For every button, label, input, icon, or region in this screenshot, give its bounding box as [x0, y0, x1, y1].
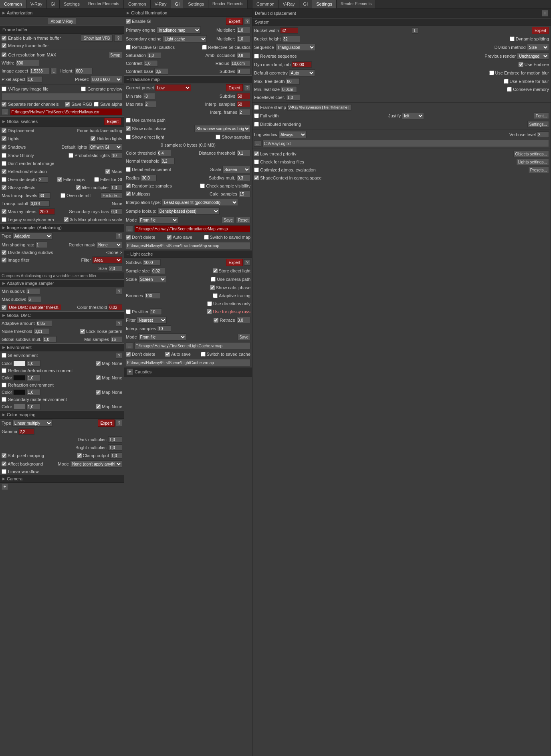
dist-settings-btn[interactable]: Settings... — [527, 121, 549, 127]
tab-common-right[interactable]: Common — [252, 0, 279, 8]
detail-enhance-checkbox[interactable] — [126, 167, 131, 172]
sample-lookup-select[interactable]: Density-based (best) — [157, 208, 220, 215]
preset-select[interactable]: 800 x 600 — [90, 76, 122, 83]
gi-multiplier2-input[interactable] — [236, 36, 250, 42]
justify-select[interactable]: left — [402, 112, 424, 119]
embree-hair-checkbox[interactable] — [504, 79, 509, 84]
font-btn[interactable]: Font... — [534, 113, 549, 119]
tab-vray-left[interactable]: V-Ray — [26, 0, 47, 8]
lc-glossy-checkbox[interactable] — [207, 309, 212, 314]
framebuffer-help-btn[interactable]: ? — [114, 34, 122, 42]
lc-path-input[interactable] — [134, 342, 250, 349]
interp-type-select[interactable]: Least squares fit (good/smooth) — [162, 199, 238, 206]
sequence-select[interactable]: Triangulation — [275, 44, 315, 51]
lc-expert-btn[interactable]: Expert — [226, 259, 243, 266]
env-help-btn[interactable]: ? — [116, 352, 122, 359]
randomize-checkbox[interactable] — [126, 183, 131, 188]
check-sample-checkbox[interactable] — [200, 183, 205, 188]
displacement-checkbox[interactable] — [2, 128, 6, 133]
exclude-btn[interactable]: Exclude... — [101, 192, 122, 199]
reflection-checkbox[interactable] — [2, 169, 6, 174]
enable-builtin-checkbox[interactable] — [2, 36, 6, 40]
gi-color-swatch[interactable] — [13, 361, 25, 366]
cm-type-select[interactable]: Linear multiply — [12, 419, 52, 427]
interp-samples-input[interactable] — [236, 101, 250, 107]
dist-thresh-input[interactable] — [236, 150, 250, 156]
im-dont-delete-checkbox[interactable] — [126, 235, 131, 240]
cm-mode-select[interactable]: None (don't apply anything) — [70, 460, 122, 468]
probabilistic-lights-checkbox[interactable] — [69, 153, 73, 158]
override-depth-checkbox[interactable] — [2, 177, 6, 182]
hidden-lights-checkbox[interactable] — [91, 136, 95, 141]
show-calc-phase-checkbox[interactable] — [126, 126, 131, 131]
radius-gi-input[interactable] — [230, 60, 250, 67]
about-vray-btn[interactable]: About V-Ray — [48, 18, 76, 25]
show-last-vfb-btn[interactable]: Show last VFB — [81, 34, 113, 42]
conserve-memory-checkbox[interactable] — [507, 87, 512, 92]
refl-color-input[interactable] — [26, 375, 40, 381]
log-browse-btn[interactable]: ... — [254, 140, 261, 147]
min-leaf-input[interactable] — [281, 86, 297, 93]
default-geometry-select[interactable]: Auto — [289, 69, 315, 77]
global-subdivs-input[interactable] — [42, 336, 57, 343]
channels-path-input[interactable] — [10, 108, 122, 115]
save-rgb-checkbox[interactable] — [65, 102, 70, 107]
optimized-atmos-checkbox[interactable] — [254, 167, 259, 172]
im-expert-btn[interactable]: Expert — [226, 84, 243, 91]
dynamic-splitting-checkbox[interactable] — [510, 36, 515, 41]
pixel-aspect-input[interactable] — [26, 76, 42, 83]
separate-channels-checkbox[interactable] — [2, 102, 6, 107]
amb-occ-input[interactable] — [236, 52, 250, 58]
objects-settings-btn[interactable]: Objects settings... — [513, 151, 549, 157]
render-mask-select[interactable]: None — [96, 241, 122, 248]
contrast-base-input[interactable] — [154, 68, 168, 75]
max-transp-input[interactable] — [38, 192, 50, 199]
lc-mode-select[interactable]: From file — [138, 333, 186, 341]
gi-color-input[interactable] — [26, 360, 40, 367]
max-tree-input[interactable] — [286, 78, 300, 85]
sec-matte-checkbox[interactable] — [2, 397, 6, 402]
generate-preview-checkbox[interactable] — [81, 87, 86, 91]
get-resolution-checkbox[interactable] — [2, 52, 6, 57]
tab-vray-mid[interactable]: V-Ray — [151, 0, 171, 8]
radius-im-input[interactable] — [141, 175, 157, 181]
cm-expert-btn[interactable]: Expert — [98, 419, 115, 427]
save-alpha-checkbox[interactable] — [94, 102, 99, 107]
default-lights-select[interactable]: Off with GI — [88, 143, 122, 151]
output-path-input[interactable] — [2, 93, 122, 100]
im-help-btn[interactable]: ? — [244, 85, 250, 91]
filter-mult-input[interactable] — [110, 184, 122, 191]
lc-browse-btn[interactable]: ... — [126, 343, 133, 349]
secondary-engine-select[interactable]: Light cache — [163, 35, 207, 42]
bright-mult-input[interactable] — [108, 444, 122, 451]
bucket-height-input[interactable] — [282, 36, 300, 42]
min-shading-input[interactable] — [35, 242, 47, 248]
log-path-input[interactable] — [262, 140, 549, 147]
im-path-input[interactable] — [134, 225, 250, 232]
use-embree-checkbox[interactable] — [519, 62, 523, 67]
tab-common-left[interactable]: Common — [0, 0, 26, 8]
sys-expert-btn[interactable]: Expert — [532, 27, 549, 34]
use-dmc-checkbox[interactable] — [2, 305, 6, 310]
max-ray-checkbox[interactable] — [2, 209, 6, 214]
filter-size-input[interactable] — [108, 265, 122, 272]
tab-gi-left[interactable]: GI — [47, 0, 60, 8]
im-mode-select[interactable]: From file — [138, 216, 178, 224]
affect-bg-checkbox[interactable] — [2, 462, 6, 466]
multipass-checkbox[interactable] — [126, 192, 131, 196]
lc-adaptive-checkbox[interactable] — [213, 293, 218, 298]
dist-rendering-checkbox[interactable] — [254, 122, 259, 127]
max-subdivs-input[interactable] — [27, 296, 41, 302]
adaptive-help-btn[interactable]: ? — [116, 288, 122, 294]
noise-threshold-input[interactable] — [33, 328, 49, 335]
filter-select[interactable]: Area — [92, 256, 122, 264]
division-method-select[interactable]: Size — [527, 44, 549, 51]
color-thresh-input[interactable] — [108, 304, 122, 310]
l-btn[interactable]: L — [50, 68, 57, 74]
lights-settings-btn[interactable]: Lights settings... — [516, 159, 549, 165]
cm-help-btn[interactable]: ? — [116, 420, 122, 426]
tab-common-mid[interactable]: Common — [124, 0, 151, 8]
max-rate-input[interactable] — [144, 101, 156, 107]
legacy-checkbox[interactable] — [2, 217, 6, 222]
lock-noise-checkbox[interactable] — [80, 329, 85, 334]
